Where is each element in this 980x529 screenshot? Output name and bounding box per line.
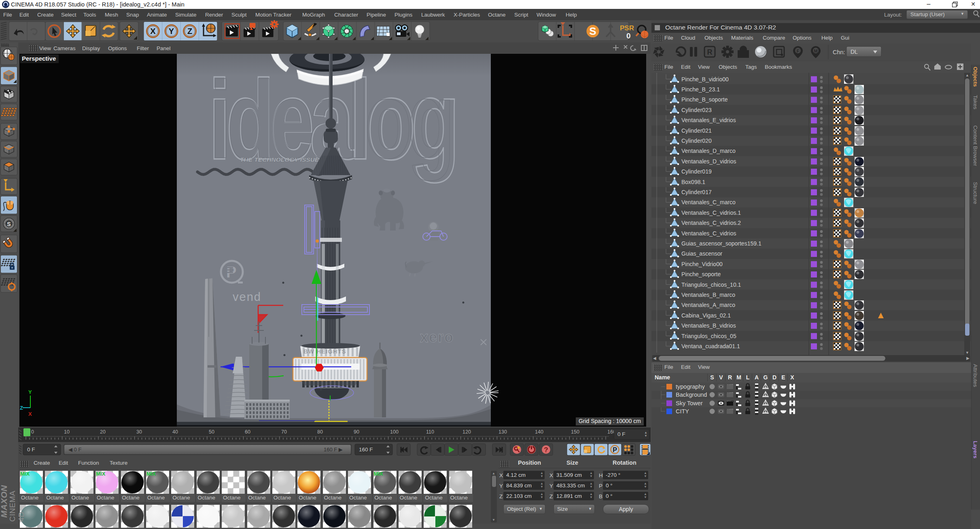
- svg-text:Pinche_B_vidrio00: Pinche_B_vidrio00: [681, 76, 729, 83]
- svg-text:Y: Y: [169, 27, 174, 36]
- svg-text:90: 90: [354, 429, 359, 435]
- svg-text:Box098.1: Box098.1: [681, 179, 705, 185]
- svg-text:PSR: PSR: [620, 24, 634, 32]
- svg-text:Pinche_B_23.1: Pinche_B_23.1: [681, 86, 720, 93]
- svg-text:Cylinder021: Cylinder021: [681, 127, 712, 134]
- svg-text:Ventanales_D_marco: Ventanales_D_marco: [681, 148, 736, 154]
- svg-text:Cabina_Vigas_02.1: Cabina_Vigas_02.1: [681, 312, 731, 319]
- svg-text:Triangulos_chicos_05: Triangulos_chicos_05: [681, 333, 736, 339]
- svg-text:30: 30: [136, 429, 142, 435]
- svg-text:Ventanales_E_vidrios: Ventanales_E_vidrios: [681, 117, 736, 123]
- svg-text:Pinche_B_soporte: Pinche_B_soporte: [681, 96, 728, 103]
- svg-text:0 F: 0 F: [27, 446, 35, 453]
- svg-text:Background: Background: [676, 391, 707, 398]
- svg-text:Sky Tower: Sky Tower: [676, 400, 703, 406]
- svg-text:140: 140: [535, 429, 543, 435]
- svg-text:Cylinder017: Cylinder017: [681, 189, 712, 195]
- svg-text:Cylinder019: Cylinder019: [681, 168, 712, 175]
- svg-text:CITY: CITY: [676, 408, 689, 415]
- svg-text:Ventana_cuadrada01.1: Ventana_cuadrada01.1: [681, 343, 740, 349]
- svg-text:120: 120: [462, 429, 471, 435]
- svg-text:◀ 0 F: ◀ 0 F: [68, 446, 81, 453]
- svg-text:vend: vend: [233, 290, 261, 303]
- svg-text:100: 100: [390, 429, 399, 435]
- svg-text:X: X: [150, 27, 156, 36]
- svg-text:80: 80: [317, 429, 323, 435]
- svg-text:Y: Y: [28, 389, 32, 395]
- svg-text:Cylinder020: Cylinder020: [681, 138, 712, 144]
- svg-text:10: 10: [64, 429, 70, 435]
- svg-text:Ventanales_B_marco: Ventanales_B_marco: [681, 292, 735, 298]
- svg-text:S: S: [589, 25, 596, 37]
- svg-text:BW HEIGHTS: BW HEIGHTS: [303, 348, 346, 355]
- svg-text:110: 110: [426, 429, 434, 435]
- svg-text:Ventanales_C_vidrios.1: Ventanales_C_vidrios.1: [681, 209, 741, 216]
- svg-text:150: 150: [571, 429, 579, 435]
- svg-text:Pinche_soporte: Pinche_soporte: [681, 271, 721, 277]
- svg-text:Z: Z: [20, 405, 23, 411]
- svg-text:Cylinder023: Cylinder023: [681, 107, 712, 113]
- svg-text:160 F ▶: 160 F ▶: [324, 446, 343, 453]
- svg-text:THE TECHNOLOGY ISSUE: THE TECHNOLOGY ISSUE: [240, 156, 319, 163]
- svg-text:X: X: [28, 411, 32, 417]
- svg-text:?: ?: [544, 446, 548, 454]
- svg-text:0: 0: [626, 32, 631, 40]
- svg-text:Ventanales_A_marco: Ventanales_A_marco: [681, 302, 735, 308]
- svg-text:20: 20: [100, 429, 106, 435]
- svg-text:Ventanales_D_vidrios: Ventanales_D_vidrios: [681, 158, 736, 165]
- svg-text:Z: Z: [187, 27, 192, 36]
- svg-text:M: M: [814, 49, 817, 53]
- svg-text:R: R: [707, 48, 713, 56]
- svg-text:Guias_ascensor_soportes159.1: Guias_ascensor_soportes159.1: [681, 240, 762, 247]
- svg-text:Ventanales_C_vidrios: Ventanales_C_vidrios: [681, 230, 736, 237]
- svg-text:Chn:: Chn:: [833, 49, 845, 55]
- svg-text:xero: xero: [420, 329, 454, 345]
- svg-text:40: 40: [172, 429, 178, 435]
- svg-text:70: 70: [281, 429, 287, 435]
- svg-text:F: F: [797, 49, 800, 53]
- svg-text:typography: typography: [676, 383, 705, 390]
- svg-text:Pinche_Vidrio00: Pinche_Vidrio00: [681, 261, 723, 267]
- svg-text:130: 130: [498, 429, 507, 435]
- svg-text:Ventanales_B_vidrios: Ventanales_B_vidrios: [681, 322, 736, 329]
- svg-text:Ventanales_C_vidrios.2: Ventanales_C_vidrios.2: [681, 220, 741, 226]
- svg-text:P: P: [613, 446, 617, 453]
- svg-text:50: 50: [209, 429, 214, 435]
- svg-text:S: S: [7, 221, 11, 227]
- svg-text:Triangulos_chicos_10.1: Triangulos_chicos_10.1: [681, 281, 741, 288]
- svg-text:160 F: 160 F: [359, 446, 373, 453]
- svg-text:60: 60: [245, 429, 250, 435]
- svg-text:DL: DL: [851, 49, 858, 55]
- svg-text:Guias_ascensor: Guias_ascensor: [681, 250, 723, 257]
- svg-text:Ventanales_C_marco: Ventanales_C_marco: [681, 199, 736, 205]
- svg-text:0: 0: [31, 429, 34, 435]
